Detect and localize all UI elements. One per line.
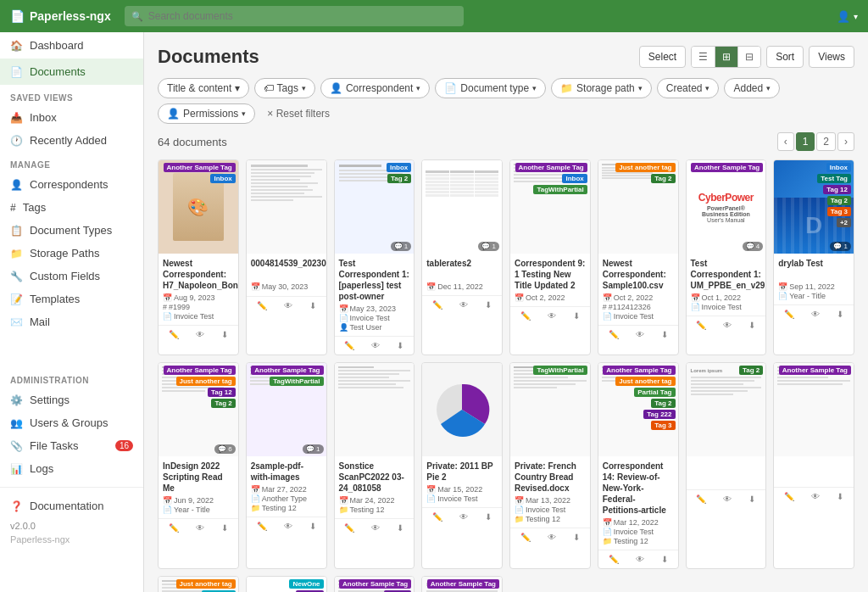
next-page-button[interactable]: › <box>837 132 854 151</box>
page-1-button[interactable]: 1 <box>796 132 815 151</box>
sidebar-item-document-types[interactable]: 📋 Document Types <box>0 219 143 242</box>
doc-card[interactable]: The SAT Practice Test #1 NewOne Tag 12 T… <box>246 576 327 592</box>
doc-card[interactable]: Sonstice ScanPC2022 03-24_081058 📅 Mar 2… <box>334 362 415 569</box>
preview-doc-button[interactable]: 👁 <box>281 520 295 533</box>
grid-view-button[interactable]: ⊞ <box>715 47 738 67</box>
created-filter[interactable]: Created ▾ <box>657 78 720 98</box>
preview-doc-button[interactable]: 👁 <box>369 339 382 352</box>
doc-card[interactable]: CyberPower PowerPanel® Business Edition … <box>686 159 767 355</box>
doc-card[interactable]: 💬 1 tablerates2 📅 Dec 11, 2022 ✏️ 👁 ⬇ <box>421 159 503 355</box>
preview-doc-button[interactable]: 👁 <box>457 299 470 311</box>
permissions-filter[interactable]: 👤 Permissions ▾ <box>158 103 255 124</box>
sidebar-item-templates[interactable]: 📝 Templates <box>0 288 143 310</box>
doc-card[interactable]: D Inbox Test Tag Tag 12 Tag 2 Tag 3 +2 💬… <box>773 159 854 355</box>
edit-doc-button[interactable]: ✏️ <box>693 493 709 505</box>
download-doc-button[interactable]: ⬇ <box>834 308 846 321</box>
sidebar-item-correspondents[interactable]: 👤 Correspondents <box>0 173 143 196</box>
download-doc-button[interactable]: ⬇ <box>394 522 406 534</box>
preview-doc-button[interactable]: 👁 <box>193 328 207 341</box>
download-doc-button[interactable]: ⬇ <box>219 328 231 341</box>
document-type-filter[interactable]: 📄 Document type ▾ <box>435 78 546 98</box>
edit-doc-button[interactable]: ✏️ <box>430 511 445 523</box>
preview-doc-button[interactable]: 👁 <box>193 522 207 534</box>
edit-doc-button[interactable]: ✏️ <box>693 319 709 332</box>
sidebar-item-documents[interactable]: 📄 Documents <box>0 59 143 85</box>
sidebar-item-inbox[interactable]: 📥 Inbox <box>0 106 143 129</box>
edit-doc-button[interactable]: ✏️ <box>518 531 533 544</box>
sidebar-item-settings[interactable]: ⚙️ Settings <box>0 388 143 411</box>
edit-doc-button[interactable]: ✏️ <box>782 490 797 503</box>
doc-card[interactable]: Just another tag NewOne ✏️ 👁 ⬇ <box>158 576 239 592</box>
edit-doc-button[interactable]: ✏️ <box>606 328 621 341</box>
download-doc-button[interactable]: ⬇ <box>746 319 758 332</box>
edit-doc-button[interactable]: ✏️ <box>166 522 181 534</box>
preview-doc-button[interactable]: 👁 <box>721 493 734 505</box>
doc-card[interactable]: Another Sample Tag Inbox TagWithPartial … <box>509 159 591 355</box>
sidebar-item-file-tasks[interactable]: 📎 File Tasks 16 <box>0 434 143 457</box>
doc-card[interactable]: Lorem ipsum Tag 2 ✏️ <box>686 362 767 569</box>
sidebar-item-dashboard[interactable]: 🏠 Dashboard <box>0 32 143 59</box>
sidebar-item-logs[interactable]: 📊 Logs <box>0 457 143 480</box>
doc-card[interactable]: Another Sample Tag Tag 12 💬 5 ✏️ 👁 ⬇ <box>334 576 415 592</box>
tags-filter[interactable]: 🏷 Tags ▾ <box>254 78 315 98</box>
sidebar-item-documentation[interactable]: ❓ Documentation <box>0 494 143 517</box>
sidebar-item-storage-paths[interactable]: 📁 Storage Paths <box>0 242 143 265</box>
doc-card[interactable]: Another Sample Tag Just another tag Part… <box>598 362 679 569</box>
download-doc-button[interactable]: ⬇ <box>659 553 670 566</box>
doc-card[interactable]: Another Sample Tag Just another tag Tag … <box>158 362 239 569</box>
page-2-button[interactable]: 2 <box>816 132 836 151</box>
preview-doc-button[interactable]: 👁 <box>809 490 822 503</box>
download-doc-button[interactable]: ⬇ <box>482 511 494 523</box>
preview-doc-button[interactable]: 👁 <box>633 328 647 341</box>
prev-page-button[interactable]: ‹ <box>777 132 794 151</box>
download-doc-button[interactable]: ⬇ <box>307 299 319 312</box>
download-doc-button[interactable]: ⬇ <box>570 531 582 544</box>
preview-doc-button[interactable]: 👁 <box>457 511 470 523</box>
correspondent-filter[interactable]: 👤 Correspondent ▾ <box>320 78 430 98</box>
edit-doc-button[interactable]: ✏️ <box>342 522 357 534</box>
title-content-filter[interactable]: Title & content ▾ <box>158 78 249 98</box>
preview-doc-button[interactable]: 👁 <box>545 310 559 322</box>
preview-doc-button[interactable]: 👁 <box>545 531 559 544</box>
doc-card[interactable]: 🎨 Another Sample Tag Inbox Newest Corres… <box>158 159 239 355</box>
download-doc-button[interactable]: ⬇ <box>394 339 406 352</box>
edit-doc-button[interactable]: ✏️ <box>518 310 533 322</box>
storage-path-filter[interactable]: 📁 Storage path ▾ <box>551 78 652 98</box>
doc-card[interactable]: Private: 2011 BP Pie 2 📅 Mar 15, 2022 📄 … <box>421 362 503 569</box>
preview-doc-button[interactable]: 👁 <box>369 522 382 534</box>
added-filter[interactable]: Added ▾ <box>724 78 780 98</box>
download-doc-button[interactable]: ⬇ <box>482 299 494 311</box>
doc-card[interactable]: Another Sample Tag ✏️ 👁 ⬇ <box>773 362 854 569</box>
reset-filters-button[interactable]: × Reset filters <box>260 104 337 123</box>
doc-card[interactable]: Inbox Tag 2 💬 1 Test Correspondent 1: [p… <box>334 159 415 355</box>
search-input[interactable] <box>125 6 464 26</box>
sort-button[interactable]: Sort <box>766 46 804 68</box>
edit-doc-button[interactable]: ✏️ <box>166 328 181 341</box>
preview-doc-button[interactable]: 👁 <box>721 319 734 332</box>
select-button[interactable]: Select <box>639 46 686 68</box>
sidebar-item-tags[interactable]: # Tags <box>0 196 143 219</box>
compact-view-button[interactable]: ⊟ <box>738 47 760 67</box>
preview-doc-button[interactable]: 👁 <box>281 299 295 312</box>
doc-card[interactable]: Lorem ipsum Another Sample Tag ✏️ <box>421 576 503 592</box>
download-doc-button[interactable]: ⬇ <box>570 310 582 322</box>
list-view-button[interactable]: ☰ <box>692 47 715 67</box>
edit-doc-button[interactable]: ✏️ <box>782 308 797 321</box>
doc-card[interactable]: Another Sample Tag TagWithPartial 💬 1 2s… <box>246 362 327 569</box>
download-doc-button[interactable]: ⬇ <box>219 522 231 534</box>
download-doc-button[interactable]: ⬇ <box>307 520 319 533</box>
preview-doc-button[interactable]: 👁 <box>809 308 822 321</box>
sidebar-item-users-groups[interactable]: 👥 Users & Groups <box>0 411 143 434</box>
sidebar-item-mail[interactable]: ✉️ Mail <box>0 310 143 333</box>
sidebar-item-recently-added[interactable]: 🕐 Recently Added <box>0 129 143 152</box>
edit-doc-button[interactable]: ✏️ <box>254 520 270 533</box>
download-doc-button[interactable]: ⬇ <box>834 490 846 503</box>
download-doc-button[interactable]: ⬇ <box>746 493 758 505</box>
doc-card[interactable]: Just another tag Tag 2 Newest Correspond… <box>598 159 679 355</box>
download-doc-button[interactable]: ⬇ <box>659 328 670 341</box>
edit-doc-button[interactable]: ✏️ <box>254 299 270 312</box>
doc-card[interactable]: 0004814539_20230531 📅 May 30, 2023 ✏️ 👁 … <box>246 159 327 355</box>
views-button[interactable]: Views <box>809 46 854 68</box>
user-menu[interactable]: 👤 ▾ <box>837 10 858 23</box>
doc-card[interactable]: TagWithPartial Private: French Country B… <box>509 362 591 569</box>
